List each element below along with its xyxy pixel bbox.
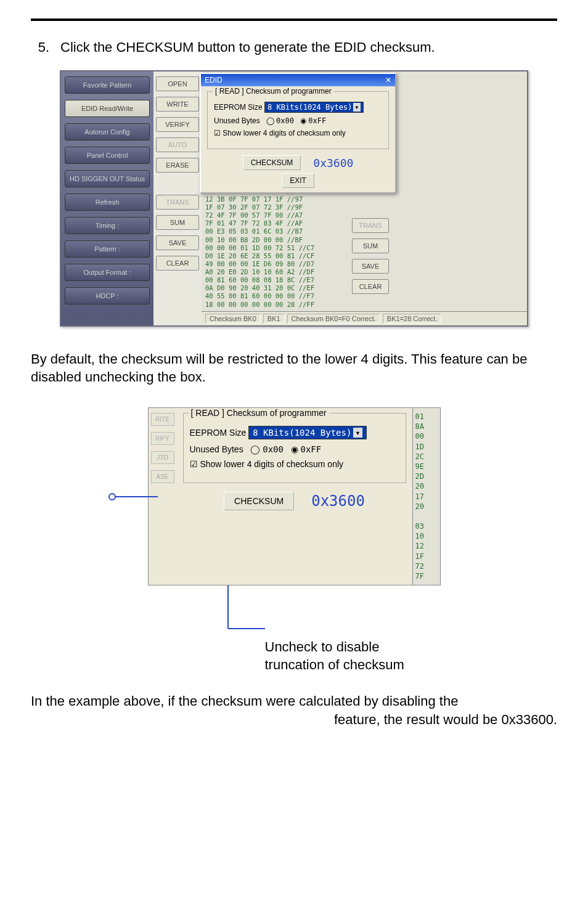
top-rule <box>31 18 557 21</box>
clear-button[interactable]: CLEAR <box>156 256 199 271</box>
svg-point-0 <box>109 494 115 500</box>
sidebar-item-autorun[interactable]: Autorun Config <box>65 123 150 141</box>
fig2-lower4-row: ☑ Show lower 4 digits of checksum only <box>190 459 399 469</box>
eeprom-value: 8 KBits(1024 Bytes) <box>267 103 352 112</box>
opt1: 0x00 <box>276 116 294 125</box>
lower4-label: Show lower 4 digits of checksum only <box>223 129 345 137</box>
exit-button[interactable]: EXIT <box>282 173 314 188</box>
checksum-button[interactable]: CHECKSUM <box>243 155 301 170</box>
figure-2-caption: Uncheck to disable truncation of checksu… <box>265 638 441 674</box>
read-group: [ READ ] Checksum of programmer EEPROM S… <box>207 91 389 149</box>
status-c: Checksum BK0=F0 Correct. <box>287 314 380 324</box>
fig2-legend: [ READ ] Checksum of programmer <box>189 408 329 418</box>
mid-button-col: OPEN WRITE VERIFY AUTO ERASE TRANS SUM S… <box>153 71 202 325</box>
caption-line1: Uncheck to disable <box>265 638 441 656</box>
status-bar: Checksum BK0 BK1 Checksum BK0=F0 Correct… <box>202 311 527 325</box>
sidebar-item-edid[interactable]: EDID Read/Write <box>65 100 150 117</box>
sidebar-item-siggen[interactable]: HD SIGGEN OUT Status <box>65 170 150 187</box>
sidebar-item-refresh[interactable]: Refresh <box>65 194 150 211</box>
status-a: Checksum BK0 <box>205 314 261 324</box>
chevron-down-icon: ▾ <box>353 428 362 438</box>
fig2-rite: RITE <box>151 413 174 426</box>
lower4-row: ☑ Show lower 4 digits of checksum only <box>214 129 382 137</box>
paragraph-2a: In the example above, if the checksum we… <box>31 692 557 711</box>
checksum-row: CHECKSUM 0x3600 <box>207 155 389 170</box>
fig2-hexcol: 01 8A 00 1D 2C 9E 2D 20 17 20 03 10 12 1… <box>412 408 440 585</box>
dlg-sum-button[interactable]: SUM <box>352 238 389 253</box>
dialog-title: EDID <box>205 76 223 84</box>
radio-0x00[interactable]: ◯ 0x00 <box>266 116 294 125</box>
opt2: 0xFF <box>308 116 326 125</box>
verify-button[interactable]: VERIFY <box>156 117 199 132</box>
figure-1: Favorite Pattern EDID Read/Write Autorun… <box>60 70 528 327</box>
lower4-checkbox[interactable]: ☑ <box>214 129 221 137</box>
close-icon[interactable]: ✕ <box>385 76 391 84</box>
checksum-dialog: EDID ✕ [ READ ] Checksum of programmer E… <box>200 73 396 194</box>
caption-line2: truncation of checksum <box>265 656 441 674</box>
elbow-connector <box>222 585 441 641</box>
sidebar-item-favorite[interactable]: Favorite Pattern <box>65 76 150 94</box>
fig2-checksum-value: 0x3600 <box>311 492 365 510</box>
fig2-radio-0xff[interactable]: ◉ 0xFF <box>291 444 322 454</box>
paragraph-1: By default, the checksum will be restric… <box>31 350 557 386</box>
fig2-ase: ASE <box>151 470 174 483</box>
fig2-radio-0x00[interactable]: ◯ 0x00 <box>250 444 284 454</box>
fig2-opt1: 0x00 <box>263 444 284 454</box>
fig2-eeprom-label: EEPROM Size <box>190 428 247 438</box>
save-button[interactable]: SAVE <box>156 235 199 250</box>
sidebar-item-output[interactable]: Output Format : <box>65 264 150 281</box>
status-b: BK1 <box>263 314 285 324</box>
spacer <box>156 178 199 189</box>
fig2-group: [ READ ] Checksum of programmer EEPROM S… <box>183 413 406 483</box>
chevron-down-icon: ▾ <box>353 103 360 112</box>
step-number: 5. <box>31 39 49 55</box>
sidebar: Favorite Pattern EDID Read/Write Autorun… <box>61 71 153 325</box>
unused-row: Unused Bytes ◯ 0x00 ◉ 0xFF <box>214 116 382 125</box>
fig2-unused-label: Unused Bytes <box>190 444 243 454</box>
radio-0xff[interactable]: ◉ 0xFF <box>300 116 326 125</box>
paragraph-2b: feature, the result would be 0x33600. <box>31 711 557 729</box>
checksum-value: 0x3600 <box>313 157 353 169</box>
fig2-rify: RIFY <box>151 432 174 445</box>
sidebar-item-pattern[interactable]: Pattern : <box>65 240 150 258</box>
eeprom-label: EEPROM Size <box>214 103 263 112</box>
fig2-lower4-label: Show lower 4 digits of checksum only <box>200 459 343 469</box>
open-button[interactable]: OPEN <box>156 76 199 91</box>
sidebar-item-timing[interactable]: Timing : <box>65 217 150 234</box>
dlg-save-button[interactable]: SAVE <box>352 259 389 274</box>
fig2-unused-row: Unused Bytes ◯ 0x00 ◉ 0xFF <box>190 444 399 454</box>
app-window: Favorite Pattern EDID Read/Write Autorun… <box>60 70 528 327</box>
fig2-lower4-checkbox[interactable]: ☑ <box>190 459 198 469</box>
dlg-trans-button[interactable]: TRANS <box>352 218 389 233</box>
group-legend: [ READ ] Checksum of programmer <box>213 87 334 96</box>
dlg-clear-button[interactable]: CLEAR <box>352 279 389 294</box>
fig2-eeprom-combo[interactable]: 8 KBits(1024 Bytes)▾ <box>248 426 367 439</box>
figure-2: RITE RIFY JTO ASE [ READ ] Checksum of p… <box>148 407 441 674</box>
eeprom-row: EEPROM Size 8 KBits(1024 Bytes)▾ <box>214 102 382 113</box>
auto-button[interactable]: AUTO <box>156 137 199 152</box>
write-button[interactable]: WRITE <box>156 97 199 112</box>
pointer-line <box>108 492 158 503</box>
fig2-jto: JTO <box>151 451 174 464</box>
eeprom-combo[interactable]: 8 KBits(1024 Bytes)▾ <box>264 102 364 113</box>
dialog-titlebar: EDID ✕ <box>201 74 395 86</box>
sidebar-item-hdcp[interactable]: HDCP : <box>65 287 150 304</box>
status-d: BK1=28 Correct. <box>383 314 442 324</box>
dialog-right-buttons: TRANS SUM SAVE CLEAR <box>352 218 389 294</box>
fig2-checksum-row: CHECKSUM 0x3600 <box>183 492 406 510</box>
fig2-opt2: 0xFF <box>301 444 322 454</box>
unused-label: Unused Bytes <box>214 116 260 125</box>
trans-button[interactable]: TRANS <box>156 195 199 210</box>
step-row: 5. Click the CHECKSUM button to generate… <box>31 39 557 55</box>
erase-button[interactable]: ERASE <box>156 158 199 173</box>
fig2-checksum-button[interactable]: CHECKSUM <box>224 492 294 510</box>
fig2-eeprom-value: 8 KBits(1024 Bytes) <box>253 428 351 438</box>
step-text: Click the CHECKSUM button to generate th… <box>60 39 435 55</box>
sidebar-item-panel[interactable]: Panel Control <box>65 147 150 164</box>
sum-button[interactable]: SUM <box>156 215 199 230</box>
fig2-eeprom-row: EEPROM Size 8 KBits(1024 Bytes)▾ <box>190 426 399 439</box>
